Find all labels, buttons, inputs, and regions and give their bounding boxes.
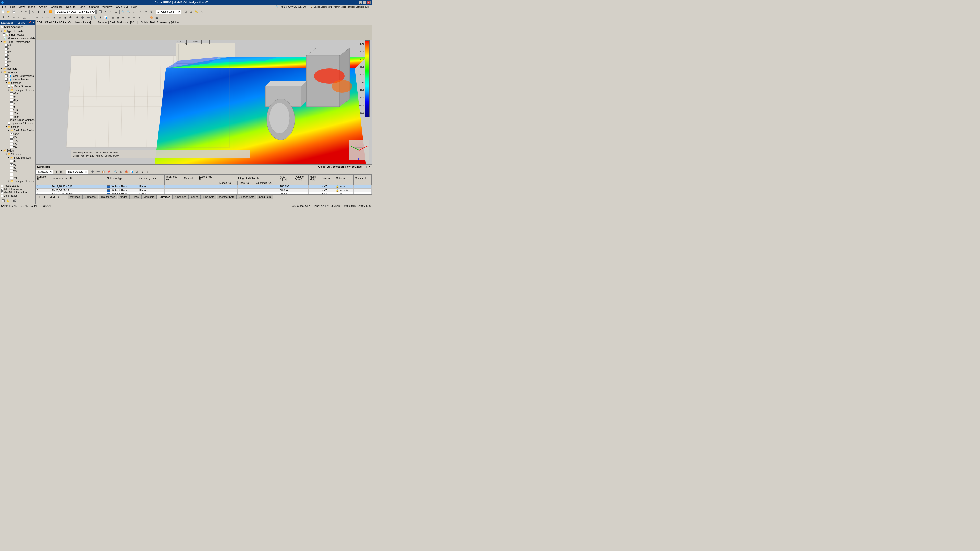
tab-solid-sets[interactable]: Solid Sets [257, 195, 273, 199]
tab-solids[interactable]: Solids [189, 195, 200, 199]
nav-sy[interactable]: σy [0, 163, 35, 166]
nav-diff-initial[interactable]: 📊 Differences to initial state [0, 37, 35, 40]
close-panel-btn[interactable]: ✕ [368, 165, 371, 168]
tb2-btn19[interactable]: 📊 [103, 15, 108, 20]
panel-objects-select[interactable]: Basic Objects [66, 170, 88, 174]
panel-tb-btn2[interactable]: ▶ [59, 170, 64, 174]
table-row[interactable]: 1 16,17,28,65-47,18 Without Thick... Pla… [36, 185, 372, 189]
final-results-cb[interactable] [3, 33, 5, 36]
tb2-btn2[interactable]: C [6, 15, 11, 20]
nav-tyz[interactable]: τyz [0, 176, 35, 179]
nav-tmax[interactable]: τmax [0, 115, 35, 118]
tab-openings[interactable]: Openings [173, 195, 189, 199]
nav-strains[interactable]: ▼ 📂 Strains [0, 125, 35, 129]
nav-surfaces[interactable]: ▼ 📂 Surfaces [0, 70, 35, 74]
tb2-btn1[interactable]: S [0, 15, 6, 20]
tb2-btn8[interactable]: ⇕ [40, 15, 45, 20]
uz-cb[interactable] [5, 54, 8, 57]
tb2-btn4[interactable]: □ [17, 15, 22, 20]
view3d-btn[interactable]: 🔲 [97, 10, 103, 14]
panel-print-btn[interactable]: 🖨 [135, 170, 140, 174]
tb2-snap1[interactable]: ▦ [110, 15, 115, 20]
minimize-button[interactable]: _ [359, 0, 363, 4]
first-page-btn[interactable]: ⏮ [36, 195, 41, 199]
nav-eyy[interactable]: εyy,+ [0, 135, 35, 139]
nav-solids-stresses[interactable]: ▼ 📂 Stresses [0, 152, 35, 156]
tb2-btn3[interactable]: ○ [11, 15, 16, 20]
vy-cb[interactable] [5, 61, 8, 63]
tb2-btn11[interactable]: ⊟ [57, 15, 62, 20]
tb2-btn18[interactable]: ⚙ [98, 15, 103, 20]
tab-thicknesses[interactable]: Thicknesses [99, 195, 118, 199]
nav-vy[interactable]: vy [0, 60, 35, 64]
nav-uy[interactable]: uy [0, 50, 35, 54]
nav-exx2[interactable]: εxx,- [0, 139, 35, 142]
uy-cb[interactable] [5, 51, 8, 53]
diff-cb[interactable] [3, 37, 3, 40]
select-btn[interactable]: ↖ [138, 10, 143, 14]
tb2-btn12[interactable]: ◉ [62, 15, 68, 20]
zoom-fit-btn[interactable]: ⤢ [131, 10, 136, 14]
new-btn[interactable]: 📄 [0, 10, 6, 14]
next-page-btn[interactable]: ▶ [56, 195, 62, 199]
maximize-panel-btn[interactable]: ⬆ [365, 165, 367, 168]
nav-global-def[interactable]: ▼ 📂 Global Deformations [0, 40, 35, 44]
nav-t1m[interactable]: τ1,m [0, 108, 35, 112]
menu-cad-bim[interactable]: CAD-BIM [115, 5, 129, 9]
local-def-cb[interactable] [5, 75, 8, 77]
measure-btn[interactable]: 📏 [194, 10, 199, 14]
nav-members[interactable]: ▶ 📂 Members [0, 67, 35, 70]
calc2-btn[interactable]: ⏩ [48, 10, 53, 14]
viewport[interactable]: CO2: LC1 + LC2 + LC3 + LC4 Loads [kN/m²]… [36, 21, 372, 203]
tb2-btn5[interactable]: △ [22, 15, 27, 20]
calc-btn[interactable]: ▶ [43, 10, 48, 14]
nav-s2p[interactable]: σ+ [0, 95, 35, 98]
nav-gxy[interactable]: γxy,- [0, 145, 35, 149]
tb2-btn14[interactable]: ✚ [75, 15, 80, 20]
view-z-btn[interactable]: Z [114, 10, 119, 14]
panel-settings-btn[interactable]: ⚙ [140, 170, 145, 174]
tb2-vis1[interactable]: 👁 [144, 15, 149, 20]
nav-local-def[interactable]: 📊 Local Deformations [0, 74, 35, 78]
nav-solids[interactable]: ▼ 📂 Solids [0, 149, 35, 152]
redo-btn[interactable]: ↪ [24, 10, 29, 14]
menu-tools[interactable]: Tools [77, 5, 87, 9]
nav-principal-stresses[interactable]: ▼ 📂 Principal Stresses [0, 88, 35, 92]
nav-btn1[interactable]: 🔲 [0, 199, 6, 203]
tb2-btn13[interactable]: ⦿ [68, 15, 73, 20]
load-combo[interactable]: CO2: LC1 + LC2 + LC3 + LC4 [55, 10, 96, 14]
nav-equiv-stress[interactable]: Equivalent Stresses [0, 122, 35, 125]
menu-calculate[interactable]: Calculate [49, 5, 64, 9]
nav-internal-forces[interactable]: 📊 Internal Forces [0, 78, 35, 81]
table-row[interactable]: 3 19-26,36-45,27 Without Thick... Plane [36, 189, 372, 192]
open-btn[interactable]: 📂 [6, 10, 11, 14]
nav-final-results[interactable]: 📊 Final Results [0, 33, 35, 37]
tb2-snap4[interactable]: ⊗ [126, 15, 131, 20]
panel-sort-btn[interactable]: ⇅ [118, 170, 124, 174]
int-forces-cb[interactable] [5, 78, 8, 81]
menu-insert[interactable]: Insert [27, 5, 37, 9]
last-page-btn[interactable]: ⏭ [62, 195, 67, 199]
panel-filter-btn[interactable]: 🔍 [113, 170, 118, 174]
close-button[interactable]: ✕ [367, 0, 371, 4]
nav-ud[interactable]: ud [0, 44, 35, 47]
nav-basic-stresses[interactable]: 📊 Basic Stresses [0, 85, 35, 88]
navigator-pin[interactable]: 📌 [28, 21, 32, 24]
menu-options[interactable]: Options [88, 5, 100, 9]
tb2-vis2[interactable]: 🎨 [149, 15, 154, 20]
tab-materials[interactable]: Materials [68, 195, 83, 199]
menu-results[interactable]: Results [65, 5, 77, 9]
zoom-out-btn[interactable]: 🔍 [126, 10, 131, 14]
grid-label[interactable]: GRID [11, 205, 17, 207]
panel-type-select[interactable]: Structure [36, 170, 53, 174]
tab-surfaces-active[interactable]: Surfaces [157, 195, 172, 199]
annotate-btn[interactable]: ✎ [199, 10, 204, 14]
settings-menu[interactable]: Settings [352, 165, 362, 168]
maximize-button[interactable]: □ [363, 0, 366, 4]
panel-tb-btn1[interactable]: ◀ [54, 170, 59, 174]
tb2-btn17[interactable]: 🔧 [92, 15, 97, 20]
tb2-btn15[interactable]: ➕ [80, 15, 85, 20]
tab-member-sets[interactable]: Member Sets [217, 195, 237, 199]
tb2-snap6[interactable]: ⊘ [137, 15, 142, 20]
rotate-btn[interactable]: ↻ [143, 10, 148, 14]
